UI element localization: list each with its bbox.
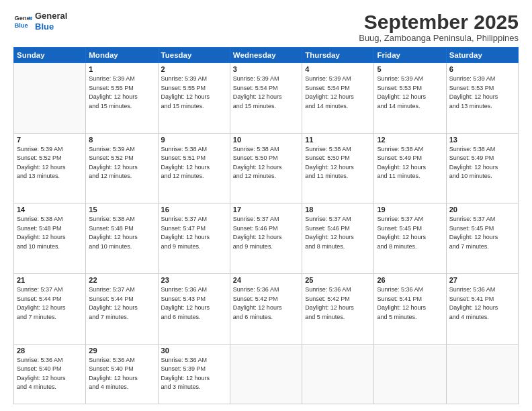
day-info: Sunrise: 5:36 AM Sunset: 5:40 PM Dayligh…	[89, 356, 154, 392]
calendar-cell: 14Sunrise: 5:38 AM Sunset: 5:48 PM Dayli…	[14, 203, 86, 274]
calendar-cell: 21Sunrise: 5:37 AM Sunset: 5:44 PM Dayli…	[14, 274, 86, 345]
day-number: 22	[89, 276, 154, 284]
calendar-cell: 1Sunrise: 5:39 AM Sunset: 5:55 PM Daylig…	[86, 63, 158, 134]
day-info: Sunrise: 5:39 AM Sunset: 5:52 PM Dayligh…	[17, 145, 83, 181]
calendar-cell: 18Sunrise: 5:37 AM Sunset: 5:46 PM Dayli…	[302, 203, 374, 274]
calendar-cell: 6Sunrise: 5:39 AM Sunset: 5:53 PM Daylig…	[446, 63, 518, 134]
day-info: Sunrise: 5:39 AM Sunset: 5:54 PM Dayligh…	[233, 75, 299, 111]
day-info: Sunrise: 5:37 AM Sunset: 5:47 PM Dayligh…	[161, 215, 227, 251]
calendar-cell: 10Sunrise: 5:38 AM Sunset: 5:50 PM Dayli…	[230, 133, 302, 203]
svg-text:Blue: Blue	[15, 21, 28, 28]
day-info: Sunrise: 5:37 AM Sunset: 5:46 PM Dayligh…	[233, 215, 299, 251]
calendar-cell: 12Sunrise: 5:38 AM Sunset: 5:49 PM Dayli…	[374, 133, 446, 203]
day-number: 24	[233, 276, 299, 284]
weekday-header-monday: Monday	[86, 48, 158, 63]
day-number: 29	[89, 347, 154, 355]
calendar-cell: 13Sunrise: 5:38 AM Sunset: 5:49 PM Dayli…	[446, 133, 518, 203]
calendar-cell: 19Sunrise: 5:37 AM Sunset: 5:45 PM Dayli…	[374, 203, 446, 274]
day-info: Sunrise: 5:37 AM Sunset: 5:44 PM Dayligh…	[89, 285, 154, 322]
day-info: Sunrise: 5:38 AM Sunset: 5:50 PM Dayligh…	[233, 145, 299, 181]
calendar-cell: 8Sunrise: 5:39 AM Sunset: 5:52 PM Daylig…	[86, 133, 158, 203]
day-number: 15	[89, 205, 154, 214]
day-info: Sunrise: 5:36 AM Sunset: 5:39 PM Dayligh…	[161, 356, 227, 392]
calendar-cell: 26Sunrise: 5:36 AM Sunset: 5:41 PM Dayli…	[374, 274, 446, 345]
calendar-cell: 16Sunrise: 5:37 AM Sunset: 5:47 PM Dayli…	[158, 203, 230, 274]
calendar-cell	[446, 344, 518, 404]
day-info: Sunrise: 5:38 AM Sunset: 5:49 PM Dayligh…	[449, 145, 515, 181]
day-info: Sunrise: 5:39 AM Sunset: 5:52 PM Dayligh…	[89, 145, 154, 181]
weekday-header-tuesday: Tuesday	[158, 48, 230, 63]
day-number: 12	[377, 136, 443, 144]
calendar-cell: 30Sunrise: 5:36 AM Sunset: 5:39 PM Dayli…	[158, 344, 230, 404]
logo: General Blue General Blue	[13, 11, 67, 32]
day-number: 7	[17, 136, 83, 144]
day-info: Sunrise: 5:38 AM Sunset: 5:48 PM Dayligh…	[89, 215, 154, 251]
logo-general: General	[35, 11, 67, 21]
calendar-cell	[14, 63, 86, 134]
day-info: Sunrise: 5:37 AM Sunset: 5:46 PM Dayligh…	[305, 215, 371, 251]
calendar-cell: 24Sunrise: 5:36 AM Sunset: 5:42 PM Dayli…	[230, 274, 302, 345]
calendar-cell: 29Sunrise: 5:36 AM Sunset: 5:40 PM Dayli…	[86, 344, 158, 404]
day-info: Sunrise: 5:38 AM Sunset: 5:49 PM Dayligh…	[377, 145, 443, 181]
day-info: Sunrise: 5:36 AM Sunset: 5:42 PM Dayligh…	[305, 285, 371, 322]
day-number: 3	[233, 65, 299, 73]
day-info: Sunrise: 5:37 AM Sunset: 5:45 PM Dayligh…	[377, 215, 443, 251]
day-info: Sunrise: 5:39 AM Sunset: 5:53 PM Dayligh…	[377, 75, 443, 111]
day-info: Sunrise: 5:36 AM Sunset: 5:41 PM Dayligh…	[377, 285, 443, 322]
calendar-cell: 5Sunrise: 5:39 AM Sunset: 5:53 PM Daylig…	[374, 63, 446, 134]
calendar-cell	[230, 344, 302, 404]
day-info: Sunrise: 5:37 AM Sunset: 5:44 PM Dayligh…	[17, 285, 83, 322]
day-number: 10	[233, 136, 299, 144]
calendar-cell: 9Sunrise: 5:38 AM Sunset: 5:51 PM Daylig…	[158, 133, 230, 203]
day-info: Sunrise: 5:39 AM Sunset: 5:55 PM Dayligh…	[161, 75, 227, 111]
day-number: 23	[161, 276, 227, 284]
calendar-cell: 28Sunrise: 5:36 AM Sunset: 5:40 PM Dayli…	[14, 344, 86, 404]
day-info: Sunrise: 5:36 AM Sunset: 5:40 PM Dayligh…	[17, 356, 83, 392]
day-number: 28	[17, 347, 83, 355]
calendar-cell: 4Sunrise: 5:39 AM Sunset: 5:54 PM Daylig…	[302, 63, 374, 134]
day-number: 9	[161, 136, 227, 144]
day-info: Sunrise: 5:36 AM Sunset: 5:43 PM Dayligh…	[161, 285, 227, 322]
calendar-cell: 22Sunrise: 5:37 AM Sunset: 5:44 PM Dayli…	[86, 274, 158, 345]
day-number: 8	[89, 136, 154, 144]
day-info: Sunrise: 5:39 AM Sunset: 5:53 PM Dayligh…	[449, 75, 515, 111]
day-info: Sunrise: 5:38 AM Sunset: 5:50 PM Dayligh…	[305, 145, 371, 181]
calendar-cell: 3Sunrise: 5:39 AM Sunset: 5:54 PM Daylig…	[230, 63, 302, 134]
day-info: Sunrise: 5:38 AM Sunset: 5:48 PM Dayligh…	[17, 215, 83, 251]
calendar: SundayMondayTuesdayWednesdayThursdayFrid…	[13, 47, 519, 404]
calendar-cell: 23Sunrise: 5:36 AM Sunset: 5:43 PM Dayli…	[158, 274, 230, 345]
day-number: 21	[17, 276, 83, 284]
weekday-header-saturday: Saturday	[446, 48, 518, 63]
day-number: 27	[449, 276, 515, 284]
calendar-week-row: 21Sunrise: 5:37 AM Sunset: 5:44 PM Dayli…	[14, 274, 519, 345]
header: General Blue General Blue September 2025…	[13, 11, 519, 43]
calendar-cell: 2Sunrise: 5:39 AM Sunset: 5:55 PM Daylig…	[158, 63, 230, 134]
main-title: September 2025	[359, 11, 519, 33]
calendar-week-row: 28Sunrise: 5:36 AM Sunset: 5:40 PM Dayli…	[14, 344, 519, 404]
calendar-cell: 15Sunrise: 5:38 AM Sunset: 5:48 PM Dayli…	[86, 203, 158, 274]
day-number: 25	[305, 276, 371, 284]
day-info: Sunrise: 5:36 AM Sunset: 5:42 PM Dayligh…	[233, 285, 299, 322]
day-info: Sunrise: 5:36 AM Sunset: 5:41 PM Dayligh…	[449, 285, 515, 322]
calendar-header-row: SundayMondayTuesdayWednesdayThursdayFrid…	[14, 48, 519, 63]
day-number: 1	[89, 65, 154, 73]
day-info: Sunrise: 5:37 AM Sunset: 5:45 PM Dayligh…	[449, 215, 515, 251]
day-number: 16	[161, 205, 227, 214]
day-info: Sunrise: 5:38 AM Sunset: 5:51 PM Dayligh…	[161, 145, 227, 181]
day-number: 14	[17, 205, 83, 214]
calendar-cell: 7Sunrise: 5:39 AM Sunset: 5:52 PM Daylig…	[14, 133, 86, 203]
day-number: 6	[449, 65, 515, 73]
day-number: 11	[305, 136, 371, 144]
day-number: 2	[161, 65, 227, 73]
weekday-header-friday: Friday	[374, 48, 446, 63]
day-number: 13	[449, 136, 515, 144]
subtitle: Buug, Zamboanga Peninsula, Philippines	[359, 33, 519, 43]
weekday-header-sunday: Sunday	[14, 48, 86, 63]
day-info: Sunrise: 5:39 AM Sunset: 5:54 PM Dayligh…	[305, 75, 371, 111]
calendar-week-row: 14Sunrise: 5:38 AM Sunset: 5:48 PM Dayli…	[14, 203, 519, 274]
calendar-cell	[374, 344, 446, 404]
calendar-cell: 17Sunrise: 5:37 AM Sunset: 5:46 PM Dayli…	[230, 203, 302, 274]
calendar-cell	[302, 344, 374, 404]
day-number: 19	[377, 205, 443, 214]
calendar-cell: 11Sunrise: 5:38 AM Sunset: 5:50 PM Dayli…	[302, 133, 374, 203]
